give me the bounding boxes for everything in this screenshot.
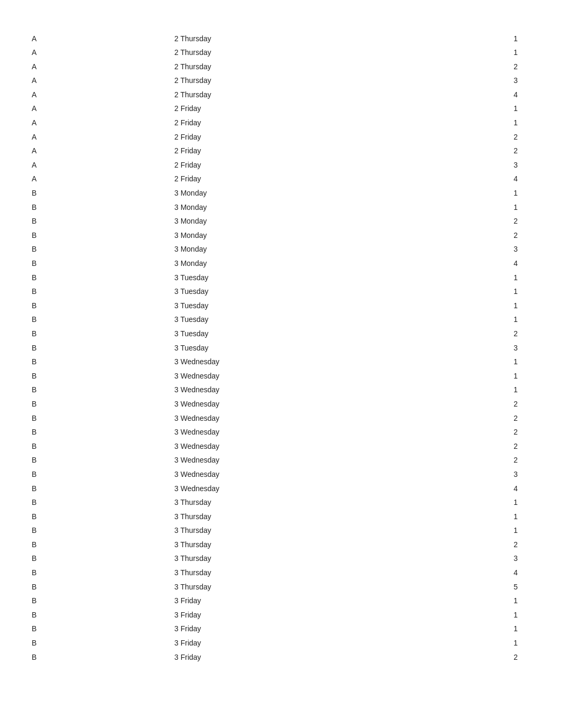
col-day: 3 Friday [169,624,433,634]
col-number: 4 [433,484,539,494]
col-day: 3 Thursday [169,540,433,550]
col-group: A [21,90,169,100]
table-row: B3 Wednesday3 [21,467,540,482]
data-table: A2 Thursday1A2 Thursday1A2 Thursday2A2 T… [21,32,540,665]
col-number: 1 [433,385,539,395]
col-number: 5 [433,582,539,593]
table-row: B3 Thursday3 [21,552,540,566]
col-day: 3 Tuesday [169,343,433,354]
table-row: A2 Friday3 [21,158,540,172]
table-row: B3 Thursday2 [21,538,540,552]
col-group: A [21,76,169,86]
col-day: 3 Wednesday [169,371,433,382]
col-number: 1 [433,357,539,367]
col-number: 1 [433,287,539,297]
col-group: A [21,146,169,156]
col-group: B [21,512,169,522]
col-number: 2 [433,441,539,452]
col-number: 1 [433,48,539,58]
table-row: A2 Friday1 [21,116,540,131]
table-row: B3 Monday1 [21,187,540,201]
col-day: 3 Wednesday [169,441,433,452]
table-row: A2 Thursday2 [21,60,540,74]
col-number: 1 [433,315,539,325]
col-day: 2 Thursday [169,34,433,44]
table-row: B3 Monday1 [21,200,540,215]
col-day: 3 Thursday [169,554,433,564]
col-group: B [21,596,169,606]
col-number: 2 [433,146,539,156]
table-row: B3 Thursday1 [21,496,540,510]
col-day: 3 Monday [169,244,433,255]
table-row: B3 Wednesday1 [21,369,540,383]
col-group: A [21,62,169,72]
col-day: 3 Wednesday [169,385,433,395]
col-day: 3 Wednesday [169,399,433,410]
table-row: B3 Tuesday1 [21,271,540,285]
col-number: 1 [433,596,539,606]
col-number: 1 [433,497,539,508]
table-row: A2 Thursday4 [21,88,540,102]
col-group: B [21,455,169,466]
table-row: B3 Wednesday2 [21,426,540,440]
col-group: A [21,48,169,58]
col-group: B [21,427,169,438]
col-day: 3 Monday [169,202,433,213]
col-group: B [21,582,169,593]
col-group: B [21,202,169,213]
table-row: B3 Thursday5 [21,580,540,594]
col-group: B [21,385,169,395]
col-day: 3 Friday [169,610,433,621]
col-day: 2 Friday [169,160,433,171]
col-day: 3 Monday [169,259,433,269]
col-number: 1 [433,273,539,283]
col-number: 4 [433,259,539,269]
col-number: 1 [433,188,539,199]
col-day: 2 Thursday [169,62,433,72]
table-row: A2 Thursday1 [21,32,540,46]
table-row: B3 Thursday1 [21,524,540,538]
table-row: B3 Monday2 [21,228,540,243]
col-group: B [21,329,169,339]
col-group: B [21,652,169,663]
table-row: B3 Monday3 [21,243,540,257]
col-group: A [21,104,169,114]
col-group: B [21,399,169,410]
col-group: B [21,231,169,241]
col-day: 3 Wednesday [169,427,433,438]
col-number: 1 [433,624,539,634]
col-day: 3 Tuesday [169,315,433,325]
col-number: 2 [433,427,539,438]
col-group: A [21,34,169,44]
col-number: 3 [433,343,539,354]
col-group: B [21,188,169,199]
col-group: B [21,259,169,269]
col-group: B [21,554,169,564]
col-number: 3 [433,554,539,564]
col-day: 3 Monday [169,188,433,199]
col-number: 1 [433,610,539,621]
col-number: 2 [433,652,539,663]
col-group: B [21,624,169,634]
col-number: 2 [433,399,539,410]
col-number: 1 [433,526,539,536]
table-row: A2 Thursday3 [21,74,540,88]
col-number: 1 [433,371,539,382]
col-day: 3 Thursday [169,526,433,536]
table-row: B3 Thursday4 [21,566,540,580]
col-group: B [21,301,169,311]
table-row: B3 Wednesday2 [21,439,540,454]
table-row: B3 Tuesday2 [21,327,540,341]
col-group: A [21,118,169,128]
col-number: 3 [433,160,539,171]
col-number: 4 [433,90,539,100]
table-row: A2 Friday4 [21,172,540,187]
col-group: A [21,132,169,143]
col-group: B [21,638,169,649]
col-number: 2 [433,455,539,466]
col-day: 2 Friday [169,174,433,185]
col-number: 1 [433,301,539,311]
col-day: 2 Thursday [169,90,433,100]
table-row: B3 Wednesday2 [21,397,540,411]
col-day: 3 Friday [169,652,433,663]
